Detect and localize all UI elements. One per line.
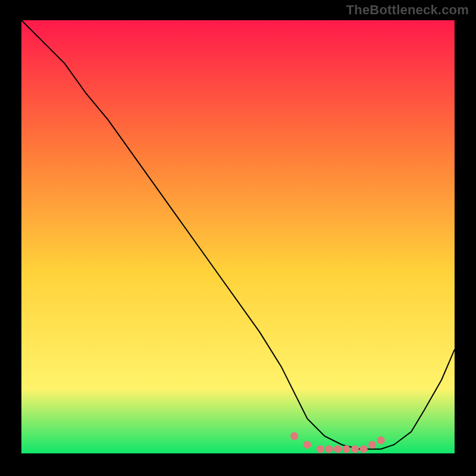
marker-dot <box>368 441 376 449</box>
chart-frame: TheBottleneck.com <box>0 0 476 476</box>
marker-dot <box>360 445 368 453</box>
marker-dot <box>351 445 359 453</box>
plot-area <box>21 20 455 453</box>
watermark-text: TheBottleneck.com <box>346 2 469 18</box>
marker-dot <box>303 441 311 449</box>
marker-dot <box>377 437 385 444</box>
marker-dot <box>290 432 298 440</box>
marker-dot <box>334 445 342 453</box>
gradient-background <box>21 20 455 453</box>
marker-dot <box>342 445 350 453</box>
marker-dot <box>317 445 324 453</box>
bottleneck-chart <box>21 20 455 453</box>
marker-dot <box>325 445 333 453</box>
